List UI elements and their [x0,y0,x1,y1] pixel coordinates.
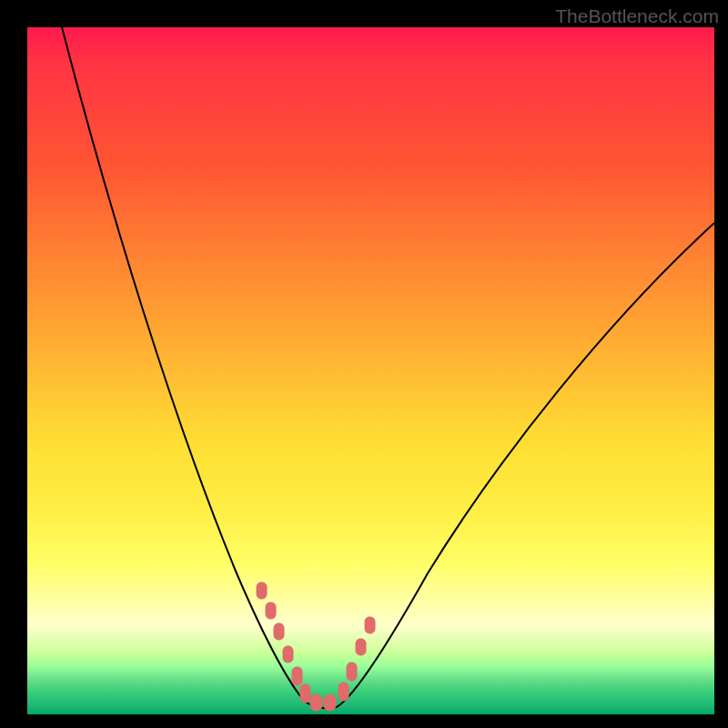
svg-rect-1 [266,602,276,619]
watermark-text: TheBottleneck.com [555,5,719,27]
svg-rect-11 [365,617,375,633]
curve-right-branch [337,223,714,707]
chart-plot-area [27,27,714,714]
svg-rect-6 [310,694,322,711]
svg-rect-10 [356,639,366,655]
svg-rect-2 [274,623,284,640]
svg-rect-8 [339,682,349,701]
svg-rect-0 [257,582,267,599]
svg-rect-4 [292,667,302,685]
svg-rect-7 [324,694,336,711]
svg-rect-3 [283,646,293,662]
svg-rect-9 [347,662,357,681]
valley-markers [257,582,375,711]
curve-layer [27,27,714,714]
svg-rect-5 [300,684,310,703]
